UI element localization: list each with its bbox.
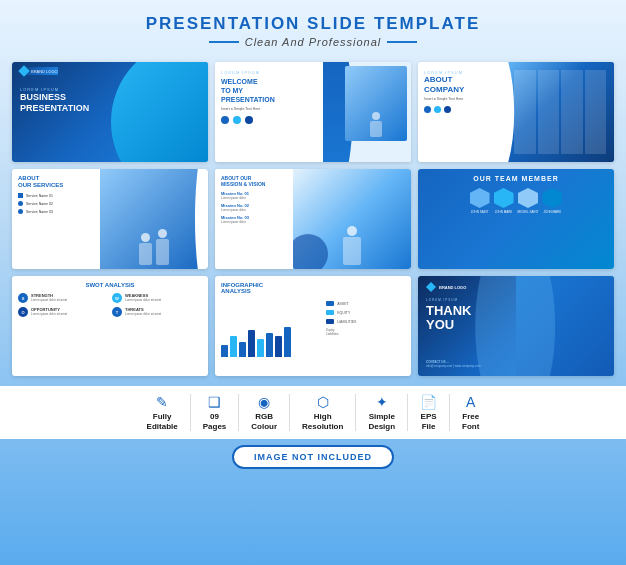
bar-2	[230, 336, 237, 357]
swot-s-text: Lorem ipsum dolor sit amet	[31, 298, 67, 302]
slide-3-body: Insert a Simple Text Here	[424, 97, 500, 102]
slide-1-text-area: LOREM IPSUM BUSINESS PRESENTATION	[20, 87, 89, 114]
s3-icon-3	[444, 106, 451, 113]
feature-resolution: ⬡ High Resolution	[290, 394, 356, 431]
feature-1-label: Fully Editable	[147, 412, 178, 431]
slide-4-right	[100, 169, 208, 269]
slide-9-contact: CONTACT US ... info@company.com | www.co…	[426, 360, 480, 368]
not-included-button[interactable]: IMAGE NOT INCLUDED	[232, 445, 394, 469]
slide-5-mission-vision[interactable]: ABOUT OUR MISSION & VISION Mission No. 0…	[215, 169, 411, 269]
building-grid	[506, 62, 614, 162]
swot-circle-w: W	[112, 293, 122, 303]
slide-6-team[interactable]: OUR TEAM MEMBER JOHN SAINT JOHN MARK MIC…	[418, 169, 614, 269]
bar-6	[266, 333, 273, 357]
feature-5-label: Simple Design	[368, 412, 395, 431]
bar-4	[248, 330, 255, 357]
person-1	[139, 233, 152, 265]
swot-circle-s: S	[18, 293, 28, 303]
swot-w-text: Lorem ipsum dolor sit amet	[125, 298, 161, 302]
slide-2-welcome[interactable]: LOREM IPSUM WELCOME TO MY PRESENTATION I…	[215, 62, 411, 162]
swot-t-text: Lorem ipsum dolor sit amet	[125, 312, 161, 316]
s3-icon-2	[434, 106, 441, 113]
infographic-sub: Equity Liabilities	[326, 328, 400, 336]
slide-9-logo: BRAND LOGO	[426, 282, 466, 292]
page-header: PRESENTATION SLIDE TEMPLATE Clean And Pr…	[0, 0, 626, 56]
s4-bullet-3	[18, 209, 23, 214]
slide-3-about-company[interactable]: LOREM IPSUM ABOUT COMPANY Insert a Simpl…	[418, 62, 614, 162]
feature-3-label: RGB Colour	[251, 412, 277, 431]
mv-text-2: Lorem ipsum dolor	[221, 208, 287, 212]
edit-icon: ✎	[156, 394, 168, 410]
swot-title: SWOT ANALYSIS	[18, 282, 202, 288]
team-member-1: JOHN SAINT	[470, 188, 490, 214]
slide-2-header: LOREM IPSUM	[221, 70, 317, 75]
chart-legend: ASSET EQUITY LIABILITIES Equity Liabilit…	[326, 297, 400, 357]
icon-dot-3	[245, 116, 253, 124]
slide-4-service-2: Service Name 02	[18, 201, 94, 206]
legend-equity-label: EQUITY	[337, 311, 350, 315]
slide-7-swot[interactable]: SWOT ANALYSIS S STRENGTH Lorem ipsum dol…	[12, 276, 208, 376]
contact-details: info@company.com | www.company.com	[426, 364, 480, 368]
person-head	[372, 112, 380, 120]
slide-9-thank-you[interactable]: BRAND LOGO LOREM IPSUM THANK YOU CONTACT…	[418, 276, 614, 376]
slide-4-title: ABOUT OUR SERVICES	[18, 175, 94, 189]
swot-item-o: O OPPORTUNITY Lorem ipsum dolor sit amet	[18, 307, 108, 317]
slide-5-item-3: Mission No. 03 Lorem ipsum dolor	[221, 215, 287, 224]
bar-8	[284, 327, 291, 357]
slide-1-logo: BRAND LOGO	[20, 67, 58, 75]
person-2	[156, 229, 169, 265]
member-2-name: JOHN MARK	[495, 210, 513, 214]
slide-1-business-presentation[interactable]: BRAND LOGO LOREM IPSUM BUSINESS PRESENTA…	[12, 62, 208, 162]
slide-9-logo-text: BRAND LOGO	[439, 285, 466, 290]
mv-text-1: Lorem ipsum dolor	[221, 196, 287, 200]
member-3-name: MICHEL SAINT	[518, 210, 539, 214]
slide-9-title: THANK YOU	[426, 304, 472, 333]
font-icon: A	[466, 394, 475, 410]
slide-4-service-3: Service Name 03	[18, 209, 94, 214]
infographic-title: INFOGRAPHIC ANALYSIS	[221, 282, 405, 294]
slide-4-services[interactable]: ABOUT OUR SERVICES Service Name 01 Servi…	[12, 169, 208, 269]
slide-1-sub-text: PRESENTATION	[20, 103, 89, 114]
slide-3-title: ABOUT COMPANY	[424, 75, 500, 94]
slide-4-service-1: Service Name 01	[18, 193, 94, 198]
slide-5-left: ABOUT OUR MISSION & VISION Mission No. 0…	[215, 169, 293, 269]
page-title: PRESENTATION SLIDE TEMPLATE	[0, 14, 626, 34]
feature-pages: ❑ 09 Pages	[191, 394, 240, 431]
body-2	[156, 239, 169, 265]
s4-bullet-2	[18, 201, 23, 206]
s4-service-2-text: Service Name 02	[26, 202, 53, 206]
team-member-2: JOHN MARK	[494, 188, 514, 214]
member-4-name: JOHN MARK	[544, 210, 562, 214]
member-1-name: JOHN SAINT	[471, 210, 489, 214]
slide-2-icons	[221, 116, 317, 124]
design-icon: ✦	[376, 394, 388, 410]
chart-container: ASSET EQUITY LIABILITIES Equity Liabilit…	[221, 297, 405, 357]
team-members-row: JOHN SAINT JOHN MARK MICHEL SAINT JOHN M…	[424, 188, 608, 214]
bar-1	[221, 345, 228, 357]
person-figure	[370, 112, 382, 137]
bar-7	[275, 336, 282, 357]
body-1	[139, 243, 152, 265]
slide-3-icons	[424, 106, 500, 113]
member-4-hex	[542, 188, 562, 208]
legend-liabilities-color	[326, 319, 334, 324]
swot-o-text: Lorem ipsum dolor sit amet	[31, 312, 67, 316]
slide-8-infographic[interactable]: INFOGRAPHIC ANALYSIS ASSET EQUITY	[215, 276, 411, 376]
icon-dot-2	[233, 116, 241, 124]
mv-body	[343, 237, 361, 265]
slide-9-logo-shape	[426, 282, 436, 292]
feature-2-label: 09 Pages	[203, 412, 227, 431]
bar-5	[257, 339, 264, 357]
legend-liabilities: LIABILITIES	[326, 319, 400, 324]
slides-grid: BRAND LOGO LOREM IPSUM BUSINESS PRESENTA…	[0, 56, 626, 382]
slide-2-photo	[345, 66, 407, 141]
team-member-4: JOHN MARK	[542, 188, 562, 214]
bar-chart	[221, 297, 322, 357]
slide-2-body: Insert a Simple Text Here	[221, 107, 317, 112]
mv-head	[347, 226, 357, 236]
swot-circle-t: T	[112, 307, 122, 317]
rgb-icon: ◉	[258, 394, 270, 410]
head-1	[141, 233, 150, 242]
person-mv	[343, 226, 361, 269]
slide-4-left: ABOUT OUR SERVICES Service Name 01 Servi…	[12, 169, 100, 269]
